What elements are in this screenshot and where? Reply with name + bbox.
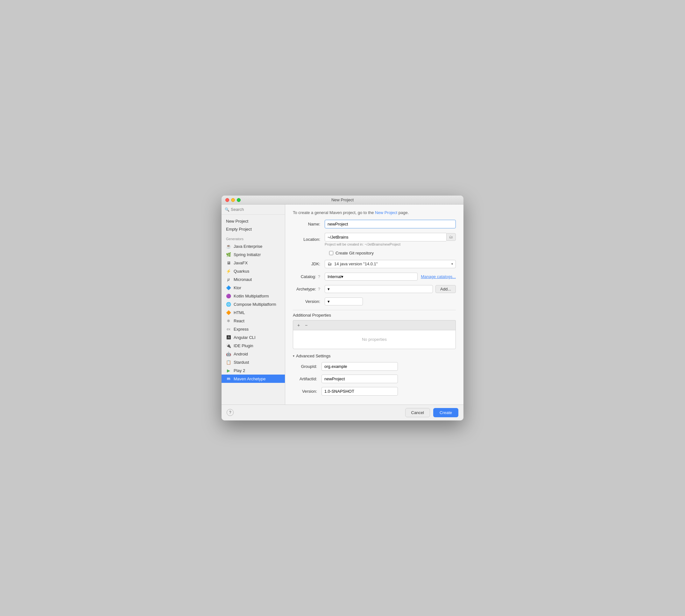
sidebar-top-items: New Project Empty Project — [222, 215, 285, 235]
advanced-version-label: Version: — [293, 389, 321, 394]
sidebar-item-stardust[interactable]: 📋 Stardust — [222, 358, 285, 366]
artifactid-label: ArtifactId: — [293, 376, 321, 381]
sidebar-search-container: 🔍 — [222, 204, 285, 215]
groupid-input[interactable] — [321, 362, 398, 371]
sidebar: 🔍 New Project Empty Project Generators ☕… — [222, 204, 285, 404]
advanced-settings-toggle[interactable]: ▾ Advanced Settings — [293, 354, 456, 358]
version-label: Version: — [293, 299, 325, 304]
compose-icon: 🌐 — [226, 302, 231, 307]
sidebar-item-micronaut[interactable]: μ Micronaut — [222, 275, 285, 284]
create-git-checkbox[interactable] — [329, 251, 333, 255]
create-button[interactable]: Create — [433, 408, 458, 417]
html-icon: 🔶 — [226, 310, 231, 315]
quarkus-icon: ⚡ — [226, 268, 231, 273]
sidebar-generators-label: Generators — [222, 235, 285, 242]
main-layout: 🔍 New Project Empty Project Generators ☕… — [222, 204, 463, 404]
sidebar-item-kotlin-multiplatform[interactable]: 🟣 Kotlin Multiplatform — [222, 292, 285, 300]
catalog-row-right: Internal ▾ Manage catalogs... — [325, 273, 456, 281]
sidebar-item-android[interactable]: 🤖 Android — [222, 350, 285, 358]
sidebar-item-html[interactable]: 🔶 HTML — [222, 308, 285, 316]
catalog-help-icon[interactable]: ? — [318, 274, 320, 279]
title-bar: New Project — [222, 196, 463, 204]
manage-catalogs-link[interactable]: Manage catalogs... — [421, 274, 456, 279]
sidebar-item-ide-plugin[interactable]: 🔌 IDE Plugin — [222, 342, 285, 350]
maven-icon: m — [226, 376, 231, 381]
content-area: To create a general Maven project, go to… — [285, 204, 463, 404]
additional-properties-title: Additional Properties — [293, 313, 456, 317]
create-git-label[interactable]: Create Git repository — [336, 251, 374, 256]
location-row: Location: 🗂 Project will be created in: … — [293, 233, 456, 246]
catalog-row: Catalog: ? Internal ▾ Manage catalogs... — [293, 273, 456, 281]
stardust-icon: 📋 — [226, 359, 231, 365]
minimize-button[interactable] — [231, 198, 235, 202]
archetype-select[interactable]: ▾ — [325, 285, 433, 293]
window-title: New Project — [332, 197, 353, 202]
jdk-row: JDK: 🗂 14 java version "14.0.1" ▾ — [293, 260, 456, 268]
kotlin-icon: 🟣 — [226, 293, 231, 299]
java-enterprise-icon: ☕ — [226, 244, 231, 249]
catalog-label: Catalog: ? — [293, 274, 325, 279]
archetype-row-right: ▾ Add... — [325, 285, 456, 293]
advanced-version-input[interactable] — [321, 387, 398, 396]
add-property-button[interactable]: + — [295, 322, 302, 329]
play2-icon: ▶ — [226, 368, 231, 373]
sidebar-item-java-enterprise[interactable]: ☕ Java Enterprise — [222, 242, 285, 250]
javafx-icon: 🖥 — [226, 260, 231, 265]
additional-properties-section: Additional Properties + − No properties — [293, 313, 456, 349]
sidebar-item-spring-initializr[interactable]: 🌿 Spring Initializr — [222, 250, 285, 259]
sidebar-item-quarkus[interactable]: ⚡ Quarkus — [222, 267, 285, 275]
jdk-select[interactable]: 🗂 14 java version "14.0.1" ▾ — [325, 260, 456, 268]
add-archetype-button[interactable]: Add... — [435, 285, 456, 293]
sidebar-item-new-project[interactable]: New Project — [222, 217, 285, 225]
express-icon: ex — [226, 327, 231, 332]
ktor-icon: 🔷 — [226, 285, 231, 290]
version-row: Version: ▾ — [293, 298, 456, 305]
name-label: Name: — [293, 222, 325, 226]
sidebar-item-compose-multiplatform[interactable]: 🌐 Compose Multiplatform — [222, 300, 285, 308]
location-label: Location: — [293, 237, 325, 242]
location-browse-button[interactable]: 🗂 — [446, 233, 456, 241]
sidebar-item-ktor[interactable]: 🔷 Ktor — [222, 284, 285, 292]
folder-icon: 🗂 — [449, 235, 453, 239]
sidebar-item-react[interactable]: ⚛ React — [222, 316, 285, 325]
sidebar-item-javafx[interactable]: 🖥 JavaFX — [222, 259, 285, 267]
sidebar-item-angular-cli[interactable]: 🅰 Angular CLI — [222, 333, 285, 342]
sidebar-item-maven-archetype[interactable]: m Maven Archetype — [222, 375, 285, 383]
sidebar-item-empty-project[interactable]: Empty Project — [222, 225, 285, 233]
angular-icon: 🅰 — [226, 335, 231, 340]
help-button[interactable]: ? — [227, 409, 234, 416]
properties-toolbar: + − — [293, 320, 456, 330]
micronaut-icon: μ — [226, 277, 231, 282]
section-divider — [293, 310, 456, 310]
create-git-row: Create Git repository — [293, 251, 456, 256]
catalog-chevron-icon: ▾ — [341, 274, 343, 279]
groupid-label: GroupId: — [293, 364, 321, 369]
artifactid-row: ArtifactId: — [293, 375, 456, 383]
name-input[interactable] — [325, 220, 456, 228]
maximize-button[interactable] — [237, 198, 241, 202]
window-controls — [225, 198, 241, 202]
sidebar-item-express[interactable]: ex Express — [222, 325, 285, 333]
name-row: Name: — [293, 220, 456, 228]
catalog-value: Internal — [327, 274, 341, 279]
new-project-link[interactable]: New Project — [375, 210, 397, 215]
version-select[interactable]: ▾ — [325, 298, 363, 305]
bottom-right-buttons: Cancel Create — [405, 408, 459, 417]
catalog-select[interactable]: Internal ▾ — [325, 273, 418, 281]
advanced-settings-section: ▾ Advanced Settings GroupId: ArtifactId:… — [293, 354, 456, 396]
cancel-button[interactable]: Cancel — [405, 408, 430, 417]
archetype-row: Archetype: ? ▾ Add... — [293, 285, 456, 293]
artifactid-input[interactable] — [321, 375, 398, 383]
archetype-chevron-icon: ▾ — [327, 287, 330, 291]
advanced-version-row: Version: — [293, 387, 456, 396]
search-icon: 🔍 — [225, 207, 229, 212]
remove-property-button[interactable]: − — [303, 322, 310, 329]
ide-plugin-icon: 🔌 — [226, 343, 231, 348]
archetype-help-icon[interactable]: ? — [318, 287, 320, 291]
react-icon: ⚛ — [226, 318, 231, 323]
sidebar-item-play2[interactable]: ▶ Play 2 — [222, 366, 285, 375]
search-input[interactable] — [231, 207, 282, 212]
location-input[interactable] — [325, 233, 446, 241]
close-button[interactable] — [225, 198, 229, 202]
jdk-chevron-icon: ▾ — [451, 262, 453, 266]
